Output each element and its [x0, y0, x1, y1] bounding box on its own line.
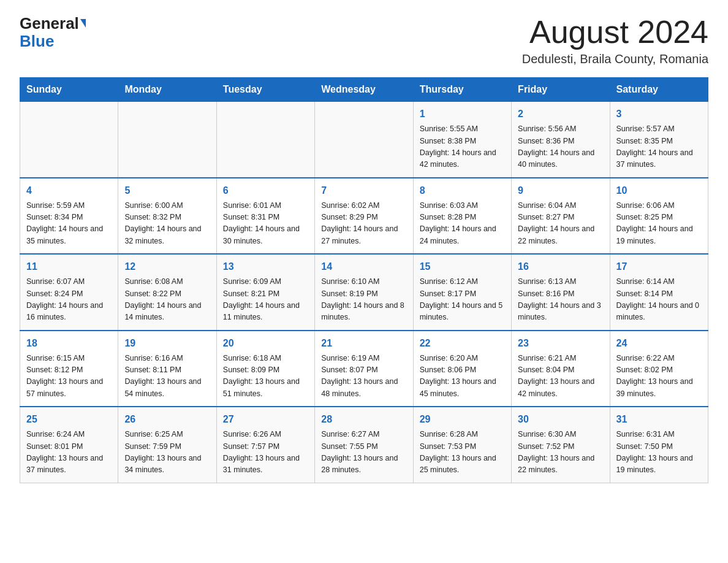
calendar-day-cell: 2Sunrise: 5:56 AM Sunset: 8:36 PM Daylig…	[512, 102, 610, 178]
day-number: 26	[124, 412, 210, 427]
day-number: 23	[518, 336, 603, 351]
location-subtitle: Dedulesti, Braila County, Romania	[522, 52, 708, 66]
day-info: Sunrise: 6:07 AM Sunset: 8:24 PM Dayligh…	[26, 276, 112, 324]
calendar-day-cell: 19Sunrise: 6:16 AM Sunset: 8:11 PM Dayli…	[118, 331, 216, 407]
day-number: 31	[616, 412, 702, 427]
calendar-week-row: 11Sunrise: 6:07 AM Sunset: 8:24 PM Dayli…	[20, 254, 708, 331]
day-number: 3	[616, 107, 702, 121]
day-info: Sunrise: 6:08 AM Sunset: 8:22 PM Dayligh…	[124, 276, 210, 324]
calendar-day-cell: 16Sunrise: 6:13 AM Sunset: 8:16 PM Dayli…	[512, 254, 610, 331]
day-number: 7	[321, 183, 406, 198]
day-info: Sunrise: 6:01 AM Sunset: 8:31 PM Dayligh…	[223, 200, 308, 248]
day-info: Sunrise: 6:18 AM Sunset: 8:09 PM Dayligh…	[223, 353, 308, 400]
calendar-day-cell: 20Sunrise: 6:18 AM Sunset: 8:09 PM Dayli…	[216, 331, 314, 407]
day-info: Sunrise: 6:30 AM Sunset: 7:52 PM Dayligh…	[518, 429, 603, 477]
day-info: Sunrise: 6:14 AM Sunset: 8:14 PM Dayligh…	[616, 276, 702, 324]
header-monday: Monday	[118, 78, 216, 102]
day-info: Sunrise: 5:56 AM Sunset: 8:36 PM Dayligh…	[518, 123, 603, 171]
header-friday: Friday	[512, 78, 610, 102]
calendar-day-cell: 31Sunrise: 6:31 AM Sunset: 7:50 PM Dayli…	[610, 407, 708, 483]
page-header: GeneralBlue August 2024 Dedulesti, Brail…	[20, 15, 708, 66]
calendar-day-cell	[20, 102, 118, 178]
day-info: Sunrise: 6:15 AM Sunset: 8:12 PM Dayligh…	[26, 353, 112, 400]
calendar-table: Sunday Monday Tuesday Wednesday Thursday…	[20, 77, 708, 483]
month-title: August 2024	[522, 15, 708, 50]
day-number: 30	[518, 412, 603, 427]
calendar-day-cell: 22Sunrise: 6:20 AM Sunset: 8:06 PM Dayli…	[413, 331, 511, 407]
calendar-day-cell: 18Sunrise: 6:15 AM Sunset: 8:12 PM Dayli…	[20, 331, 118, 407]
logo-triangle-icon	[80, 19, 86, 28]
day-number: 15	[420, 259, 505, 274]
calendar-day-cell: 8Sunrise: 6:03 AM Sunset: 8:28 PM Daylig…	[413, 178, 511, 255]
calendar-day-cell: 23Sunrise: 6:21 AM Sunset: 8:04 PM Dayli…	[512, 331, 610, 407]
day-number: 19	[124, 336, 210, 351]
logo-blue: Blue	[20, 32, 54, 50]
calendar-day-cell: 4Sunrise: 5:59 AM Sunset: 8:34 PM Daylig…	[20, 178, 118, 255]
day-number: 9	[518, 183, 603, 198]
day-number: 8	[420, 183, 505, 198]
calendar-day-cell: 10Sunrise: 6:06 AM Sunset: 8:25 PM Dayli…	[610, 178, 708, 255]
calendar-day-cell	[315, 102, 413, 178]
calendar-day-cell	[118, 102, 216, 178]
calendar-day-cell: 12Sunrise: 6:08 AM Sunset: 8:22 PM Dayli…	[118, 254, 216, 331]
day-number: 6	[223, 183, 308, 198]
day-number: 25	[26, 412, 112, 427]
calendar-header-row: Sunday Monday Tuesday Wednesday Thursday…	[20, 78, 708, 102]
day-number: 18	[26, 336, 112, 351]
header-saturday: Saturday	[610, 78, 708, 102]
day-info: Sunrise: 6:24 AM Sunset: 8:01 PM Dayligh…	[26, 429, 112, 477]
day-number: 14	[321, 259, 406, 274]
calendar-day-cell: 13Sunrise: 6:09 AM Sunset: 8:21 PM Dayli…	[216, 254, 314, 331]
calendar-day-cell: 17Sunrise: 6:14 AM Sunset: 8:14 PM Dayli…	[610, 254, 708, 331]
calendar-day-cell: 11Sunrise: 6:07 AM Sunset: 8:24 PM Dayli…	[20, 254, 118, 331]
day-number: 12	[124, 259, 210, 274]
day-number: 27	[223, 412, 308, 427]
day-info: Sunrise: 6:27 AM Sunset: 7:55 PM Dayligh…	[321, 429, 406, 477]
header-wednesday: Wednesday	[315, 78, 413, 102]
day-number: 24	[616, 336, 702, 351]
day-info: Sunrise: 6:20 AM Sunset: 8:06 PM Dayligh…	[420, 353, 505, 400]
day-number: 11	[26, 259, 112, 274]
title-area: August 2024 Dedulesti, Braila County, Ro…	[522, 15, 708, 66]
day-number: 22	[420, 336, 505, 351]
calendar-day-cell: 25Sunrise: 6:24 AM Sunset: 8:01 PM Dayli…	[20, 407, 118, 483]
calendar-day-cell: 1Sunrise: 5:55 AM Sunset: 8:38 PM Daylig…	[413, 102, 511, 178]
day-number: 28	[321, 412, 406, 427]
logo-text: GeneralBlue	[20, 15, 86, 50]
calendar-day-cell: 9Sunrise: 6:04 AM Sunset: 8:27 PM Daylig…	[512, 178, 610, 255]
calendar-day-cell: 24Sunrise: 6:22 AM Sunset: 8:02 PM Dayli…	[610, 331, 708, 407]
day-info: Sunrise: 6:09 AM Sunset: 8:21 PM Dayligh…	[223, 276, 308, 324]
calendar-day-cell: 14Sunrise: 6:10 AM Sunset: 8:19 PM Dayli…	[315, 254, 413, 331]
day-info: Sunrise: 6:28 AM Sunset: 7:53 PM Dayligh…	[420, 429, 505, 477]
calendar-week-row: 25Sunrise: 6:24 AM Sunset: 8:01 PM Dayli…	[20, 407, 708, 483]
day-info: Sunrise: 6:26 AM Sunset: 7:57 PM Dayligh…	[223, 429, 308, 477]
day-info: Sunrise: 5:59 AM Sunset: 8:34 PM Dayligh…	[26, 200, 112, 248]
calendar-day-cell: 5Sunrise: 6:00 AM Sunset: 8:32 PM Daylig…	[118, 178, 216, 255]
day-number: 4	[26, 183, 112, 198]
day-info: Sunrise: 6:03 AM Sunset: 8:28 PM Dayligh…	[420, 200, 505, 248]
day-info: Sunrise: 6:21 AM Sunset: 8:04 PM Dayligh…	[518, 353, 603, 400]
day-info: Sunrise: 6:16 AM Sunset: 8:11 PM Dayligh…	[124, 353, 210, 400]
day-number: 21	[321, 336, 406, 351]
calendar-day-cell	[216, 102, 314, 178]
header-sunday: Sunday	[20, 78, 118, 102]
day-number: 2	[518, 107, 603, 121]
day-info: Sunrise: 6:19 AM Sunset: 8:07 PM Dayligh…	[321, 353, 406, 400]
calendar-day-cell: 30Sunrise: 6:30 AM Sunset: 7:52 PM Dayli…	[512, 407, 610, 483]
day-info: Sunrise: 6:25 AM Sunset: 7:59 PM Dayligh…	[124, 429, 210, 477]
calendar-day-cell: 26Sunrise: 6:25 AM Sunset: 7:59 PM Dayli…	[118, 407, 216, 483]
calendar-day-cell: 6Sunrise: 6:01 AM Sunset: 8:31 PM Daylig…	[216, 178, 314, 255]
day-number: 13	[223, 259, 308, 274]
day-number: 1	[420, 107, 505, 121]
day-info: Sunrise: 5:57 AM Sunset: 8:35 PM Dayligh…	[616, 123, 702, 171]
day-number: 29	[420, 412, 505, 427]
day-info: Sunrise: 6:10 AM Sunset: 8:19 PM Dayligh…	[321, 276, 406, 324]
day-info: Sunrise: 6:31 AM Sunset: 7:50 PM Dayligh…	[616, 429, 702, 477]
day-info: Sunrise: 6:02 AM Sunset: 8:29 PM Dayligh…	[321, 200, 406, 248]
calendar-day-cell: 3Sunrise: 5:57 AM Sunset: 8:35 PM Daylig…	[610, 102, 708, 178]
day-number: 17	[616, 259, 702, 274]
logo: GeneralBlue	[20, 15, 86, 50]
header-tuesday: Tuesday	[216, 78, 314, 102]
day-number: 10	[616, 183, 702, 198]
day-info: Sunrise: 5:55 AM Sunset: 8:38 PM Dayligh…	[420, 123, 505, 171]
